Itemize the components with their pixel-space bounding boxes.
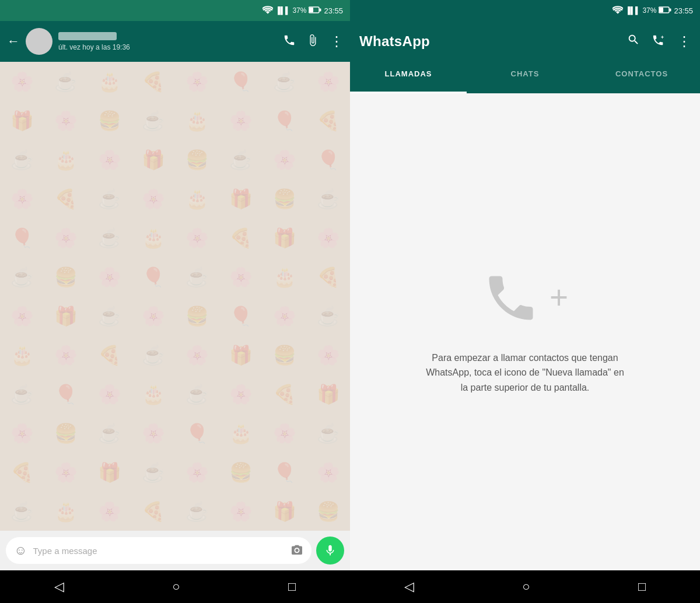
add-call-icon[interactable]: +	[652, 34, 666, 49]
emoji-button[interactable]: ☺	[14, 543, 27, 558]
phone-large-icon	[482, 269, 540, 327]
tab-llamadas[interactable]: LLAMADAS	[350, 62, 467, 93]
wifi-icon-left	[262, 6, 273, 16]
whatsapp-header-main: WhatsApp + ⋮	[350, 21, 700, 62]
chat-header: ← últ. vez hoy a las 19:36 ⋮	[0, 21, 350, 62]
camera-button[interactable]	[290, 544, 303, 558]
contact-last-seen: últ. vez hoy a las 19:36	[58, 43, 277, 51]
signal-icon-right: ▐▌▌	[625, 6, 640, 15]
phone-call-icon[interactable]	[283, 34, 296, 50]
whatsapp-app-title: WhatsApp	[359, 33, 627, 50]
calls-empty-state: + Para empezar a llamar contactos que te…	[350, 93, 700, 570]
battery-left: 37%	[292, 6, 306, 15]
tab-contactos[interactable]: CONTACTOS	[583, 62, 700, 93]
calls-empty-description: Para empezar a llamar contactos que teng…	[426, 350, 624, 395]
time-right: 23:55	[674, 6, 693, 15]
mic-button[interactable]	[316, 537, 344, 565]
svg-text:+: +	[661, 34, 664, 40]
nav-bar-right: ◁ ○ □	[350, 570, 700, 603]
back-nav-icon-right[interactable]: ◁	[404, 579, 414, 594]
call-icon-container: +	[482, 269, 568, 327]
status-icons-left: ▐▌▌ 37% 23:55	[262, 6, 343, 16]
battery-right: 37%	[642, 6, 656, 15]
svg-rect-4	[659, 8, 663, 12]
tabs-bar: LLAMADAS CHATS CONTACTOS	[350, 62, 700, 93]
contact-avatar	[26, 28, 52, 55]
battery-icon-left	[309, 6, 321, 15]
tab-chats[interactable]: CHATS	[467, 62, 583, 93]
more-options-icon-chat[interactable]: ⋮	[330, 33, 343, 50]
tab-llamadas-label: LLAMADAS	[385, 69, 432, 86]
plus-icon: +	[550, 282, 568, 314]
chat-body: 🌸☕🎂🍕🌸🎈☕🌸 🎁🌸🍔☕🎂🌸🎈🍕 ☕🎂🌸🎁🍔☕🌸🎈 🌸🍕☕🌸🎂🎁🍔☕ 🎈🌸☕🎂…	[0, 62, 350, 531]
search-icon[interactable]	[627, 33, 640, 50]
contact-name	[58, 32, 117, 40]
home-nav-icon-left[interactable]: ○	[172, 579, 180, 594]
recents-nav-icon-left[interactable]: □	[288, 579, 296, 594]
signal-icon-left: ▐▌▌	[275, 6, 290, 15]
recents-nav-icon-right[interactable]: □	[638, 579, 646, 594]
home-nav-icon-right[interactable]: ○	[522, 579, 530, 594]
tab-contactos-label: CONTACTOS	[615, 69, 668, 86]
svg-rect-5	[670, 8, 671, 11]
chat-background-pattern: 🌸☕🎂🍕🌸🎈☕🌸 🎁🌸🍔☕🎂🌸🎈🍕 ☕🎂🌸🎁🍔☕🌸🎈 🌸🍕☕🌸🎂🎁🍔☕ 🎈🌸☕🎂…	[0, 62, 350, 531]
whatsapp-header: ▐▌▌ 37% 23:55 WhatsApp	[350, 0, 700, 62]
whatsapp-header-icons: + ⋮	[627, 33, 691, 50]
contact-info: últ. vez hoy a las 19:36	[58, 32, 277, 51]
tab-chats-label: CHATS	[511, 69, 540, 86]
left-panel: ▐▌▌ 37% 23:55 ← últ. vez hoy a las 19:36	[0, 0, 350, 603]
more-options-icon-main[interactable]: ⋮	[677, 33, 691, 50]
message-input-area: ☺ Type a message	[0, 531, 350, 570]
message-input-box: ☺ Type a message	[6, 537, 312, 564]
svg-rect-1	[309, 8, 313, 12]
status-bar-right: ▐▌▌ 37% 23:55	[350, 0, 700, 21]
wifi-icon-right	[612, 6, 623, 16]
status-bar-left: ▐▌▌ 37% 23:55	[0, 0, 350, 21]
status-icons-right: ▐▌▌ 37% 23:55	[612, 6, 693, 16]
chat-header-icons: ⋮	[283, 33, 343, 50]
battery-icon-right	[659, 6, 671, 15]
back-nav-icon-left[interactable]: ◁	[54, 579, 64, 594]
svg-rect-2	[320, 8, 321, 11]
message-input[interactable]: Type a message	[33, 546, 285, 556]
attachment-icon[interactable]	[306, 34, 319, 50]
nav-bar-left: ◁ ○ □	[0, 570, 350, 603]
time-left: 23:55	[324, 6, 343, 15]
right-panel: ▐▌▌ 37% 23:55 WhatsApp	[350, 0, 700, 603]
back-button[interactable]: ←	[7, 34, 20, 49]
